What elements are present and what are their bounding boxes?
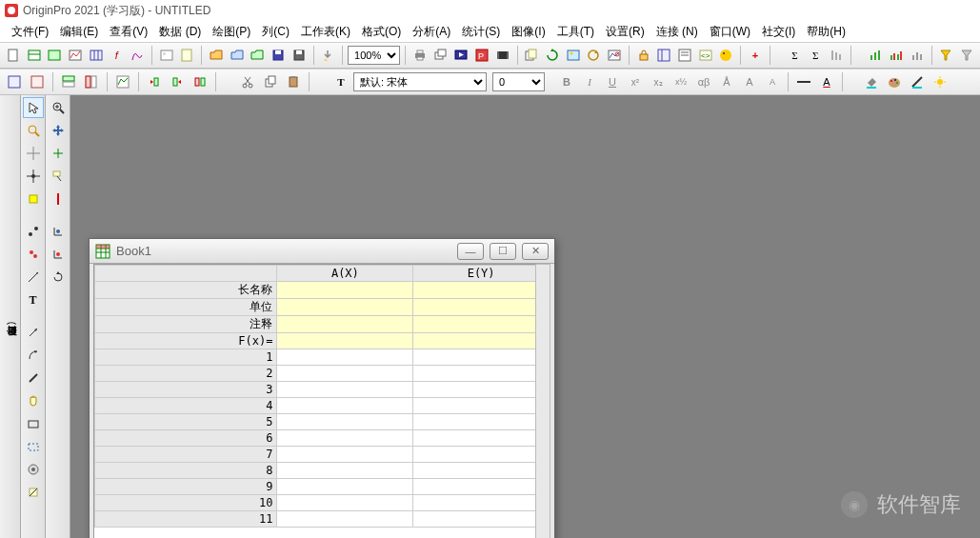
- line-style-button[interactable]: [793, 71, 814, 92]
- menu-analysis[interactable]: 分析(A): [407, 22, 456, 42]
- cell[interactable]: [277, 447, 413, 463]
- set-column-button[interactable]: [81, 71, 102, 92]
- swap-button[interactable]: [190, 71, 210, 92]
- zoom-combo[interactable]: 100%: [348, 46, 400, 65]
- cell[interactable]: [277, 282, 413, 299]
- curved-arrow-tool[interactable]: [23, 345, 44, 366]
- underline-button[interactable]: U: [602, 71, 623, 92]
- menu-preferences[interactable]: 设置(R): [600, 22, 650, 42]
- recalculate-button[interactable]: [585, 45, 604, 66]
- results-log-button[interactable]: [675, 45, 694, 66]
- add-sparklines-button[interactable]: [112, 71, 133, 92]
- row-11[interactable]: 11: [95, 511, 277, 528]
- rotate-tool[interactable]: [48, 267, 69, 288]
- close-button[interactable]: ✕: [522, 243, 549, 260]
- meta-units[interactable]: 单位: [95, 299, 277, 316]
- bar-group-button[interactable]: [887, 45, 906, 66]
- print-button[interactable]: [410, 45, 430, 66]
- cell[interactable]: [413, 495, 550, 511]
- bar-chart-button[interactable]: [867, 45, 886, 66]
- corner-cell[interactable]: [95, 266, 277, 282]
- subscript-button[interactable]: x₂: [648, 71, 669, 92]
- cell[interactable]: [277, 333, 413, 349]
- project-explorer-button[interactable]: [655, 45, 674, 66]
- row-2[interactable]: 2: [95, 366, 277, 382]
- pointer-tool[interactable]: [23, 97, 44, 118]
- cell[interactable]: [413, 511, 550, 528]
- new-2dfunction-button[interactable]: [128, 45, 147, 66]
- add-column-button[interactable]: +: [746, 45, 765, 66]
- column-header-a[interactable]: A(X): [277, 266, 413, 282]
- filter-reapply-button[interactable]: [957, 45, 976, 66]
- menu-social[interactable]: 社交(I): [756, 22, 801, 42]
- annotation-tool[interactable]: [48, 166, 69, 187]
- menu-format[interactable]: 格式(O): [356, 22, 407, 42]
- cell[interactable]: [277, 366, 413, 382]
- sort-button[interactable]: [827, 45, 846, 66]
- new-notes-button[interactable]: [178, 45, 197, 66]
- row-1[interactable]: 1: [95, 349, 277, 366]
- new-matrix-button[interactable]: [87, 45, 106, 66]
- menu-data[interactable]: 数据 (D): [153, 22, 207, 42]
- stats-sigma-button[interactable]: Σ: [786, 45, 805, 66]
- data-selector-tool[interactable]: [23, 189, 44, 209]
- cell[interactable]: [277, 316, 413, 333]
- insert-object-tool[interactable]: [23, 459, 44, 480]
- new-graph-button[interactable]: [66, 45, 85, 66]
- zoom-in-tool[interactable]: [48, 97, 69, 118]
- decrease-font-button[interactable]: A: [762, 71, 783, 92]
- workbook-titlebar[interactable]: Book1 — ☐ ✕: [90, 239, 554, 264]
- cell[interactable]: [413, 349, 550, 366]
- menu-edit[interactable]: 编辑(E): [54, 22, 104, 42]
- font-color-button[interactable]: A: [816, 71, 837, 92]
- cell[interactable]: [277, 349, 413, 366]
- cell[interactable]: [277, 463, 413, 479]
- batch-button[interactable]: [431, 45, 450, 66]
- increase-font-button[interactable]: A: [739, 71, 760, 92]
- new-excel-button[interactable]: [45, 45, 64, 66]
- data-cursor-tool[interactable]: [48, 143, 69, 164]
- cell[interactable]: [277, 414, 413, 430]
- angstrom-button[interactable]: Å: [716, 71, 737, 92]
- cell[interactable]: [413, 479, 550, 495]
- cut-button[interactable]: [237, 71, 258, 92]
- italic-button[interactable]: I: [579, 71, 600, 92]
- xy-button[interactable]: [4, 71, 25, 92]
- slide-show-button[interactable]: [451, 45, 470, 66]
- send-ppt-button[interactable]: P: [472, 45, 491, 66]
- save-button[interactable]: [269, 45, 288, 66]
- lock-button[interactable]: [634, 45, 653, 66]
- rectangle-tool[interactable]: [23, 413, 44, 434]
- image-thumbnail-button[interactable]: [564, 45, 583, 66]
- video-button[interactable]: [493, 45, 512, 66]
- row-9[interactable]: 9: [95, 479, 277, 495]
- cell[interactable]: [413, 398, 550, 414]
- set-long-name-button[interactable]: [58, 71, 79, 92]
- row-10[interactable]: 10: [95, 495, 277, 511]
- data-highlighter-tool[interactable]: [23, 221, 44, 242]
- column-header-b[interactable]: E(Y): [413, 266, 550, 282]
- meta-longname[interactable]: 长名称: [95, 282, 277, 299]
- new-workbook-button[interactable]: [25, 45, 44, 66]
- cell[interactable]: [277, 398, 413, 414]
- cell[interactable]: [277, 299, 413, 316]
- scale-out-tool[interactable]: [48, 244, 69, 265]
- cell[interactable]: [277, 479, 413, 495]
- cell[interactable]: [413, 447, 550, 463]
- pan-tool[interactable]: [48, 120, 69, 141]
- text-tool[interactable]: T: [23, 289, 44, 310]
- open-template-button[interactable]: [228, 45, 247, 66]
- cell[interactable]: [413, 282, 550, 299]
- minimize-button[interactable]: —: [457, 243, 484, 260]
- menu-column[interactable]: 列(C): [256, 22, 295, 42]
- copy-button[interactable]: [260, 71, 281, 92]
- refresh-button[interactable]: [543, 45, 562, 66]
- menu-help[interactable]: 帮助(H): [801, 22, 851, 42]
- new-function-button[interactable]: f: [108, 45, 127, 66]
- row-5[interactable]: 5: [95, 414, 277, 430]
- superscript-button[interactable]: x²: [625, 71, 646, 92]
- line-color-button[interactable]: [907, 71, 928, 92]
- new-layout-button[interactable]: [157, 45, 176, 66]
- mask-tool[interactable]: [23, 244, 44, 265]
- cell[interactable]: [277, 511, 413, 528]
